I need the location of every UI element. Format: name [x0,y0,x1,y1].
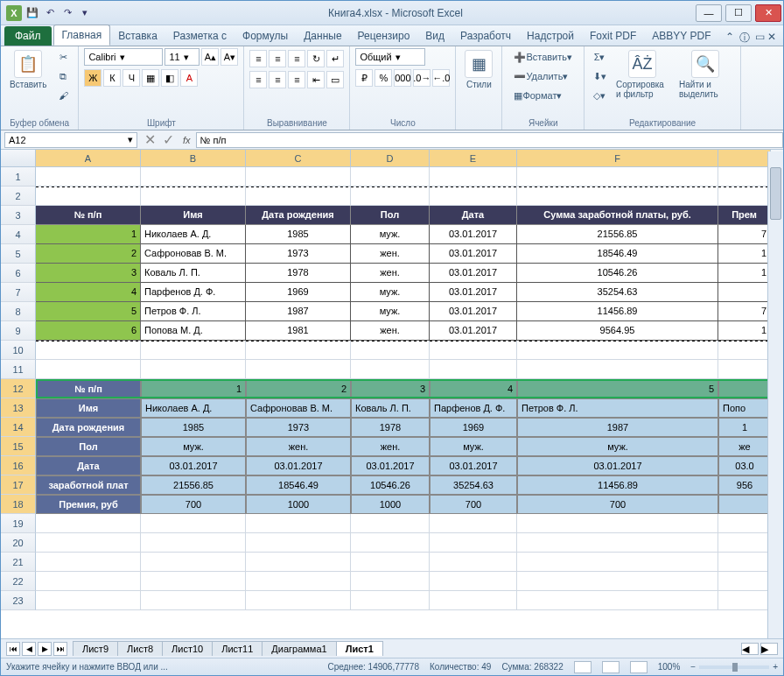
row-hdr-23[interactable]: 23 [1,591,36,610]
cell[interactable]: 35254.63 [517,283,718,302]
cell[interactable]: 03.01.2017 [246,456,351,475]
fx-icon[interactable]: fx [178,135,196,145]
cell[interactable]: Премия, руб [36,495,141,514]
font-size-combo[interactable]: 11▾ [164,48,200,66]
orientation-icon[interactable]: ↻ [307,50,325,67]
cell[interactable]: Сафроновав В. М. [246,398,351,418]
bold-button[interactable]: Ж [84,69,102,87]
cell[interactable] [718,167,771,187]
cell[interactable] [351,533,430,553]
row-hdr-17[interactable]: 17 [1,475,36,495]
wrap-text-icon[interactable]: ↵ [326,50,344,67]
row-hdr-22[interactable]: 22 [1,572,36,591]
cell[interactable] [36,187,141,206]
col-hdr-d[interactable]: D [351,150,430,166]
view-normal-icon[interactable] [574,661,592,673]
font-color-icon[interactable]: A [180,69,198,87]
cell[interactable] [718,572,771,591]
table-row[interactable]: Премия, руб70010001000700700 [36,495,783,514]
currency-icon[interactable]: ₽ [355,69,373,87]
table-row[interactable] [36,187,783,206]
cell[interactable] [141,167,246,187]
cell[interactable] [141,572,246,591]
table-row[interactable] [36,553,783,572]
cell[interactable] [246,360,351,379]
indent-dec-icon[interactable]: ⇤ [307,71,325,88]
cell[interactable]: 10546.26 [351,475,430,495]
col-hdr-f[interactable]: F [517,150,718,166]
hscroll-right-icon[interactable]: ▶ [760,643,778,655]
tab-home[interactable]: Главная [53,25,111,46]
col-hdr-a[interactable]: A [36,150,141,166]
table-row[interactable]: Дата03.01.201703.01.201703.01.201703.01.… [36,456,783,475]
cell-styles-button[interactable]: ▦ Стили [461,48,496,91]
cell[interactable]: 2 [36,244,141,264]
cell[interactable]: Петров Ф. Л. [141,302,246,321]
cell[interactable]: 03.01.2017 [430,283,517,302]
file-tab[interactable]: Файл [4,26,52,46]
decrease-decimal-icon[interactable]: ←.0 [432,69,450,87]
table-row[interactable]: 4Парфенов Д. Ф.1969муж.03.01.201735254.6… [36,283,783,302]
cell[interactable] [718,591,771,610]
sheet-nav-prev-icon[interactable]: ◀ [22,642,36,656]
cell[interactable] [517,533,718,553]
cell[interactable]: Дата рождения [36,418,141,437]
cell[interactable]: 4 [36,283,141,302]
cell[interactable] [36,514,141,533]
cell[interactable] [718,341,771,360]
cell[interactable]: 1973 [246,418,351,437]
cell[interactable] [36,553,141,572]
col-hdr-e[interactable]: E [430,150,517,166]
row-hdr-19[interactable]: 19 [1,514,36,533]
font-name-combo[interactable]: Calibri▾ [84,48,163,66]
cell[interactable] [351,591,430,610]
fill-color-icon[interactable]: ◧ [161,69,178,87]
cell[interactable]: 1978 [246,264,351,283]
cell[interactable]: 03.01.2017 [430,225,517,244]
tab-developer[interactable]: Разработч [452,26,519,46]
cell[interactable]: 1985 [141,418,246,437]
cell[interactable]: 03.01.2017 [430,321,517,341]
cell[interactable] [246,514,351,533]
cell[interactable] [246,533,351,553]
cell[interactable] [351,187,430,206]
cell[interactable] [141,514,246,533]
sheet-nav-last-icon[interactable]: ⏭ [53,642,67,656]
cell[interactable]: Николаев А. Д. [141,398,246,418]
cell[interactable] [517,167,718,187]
qat-dropdown-icon[interactable]: ▾ [78,6,92,20]
cell[interactable]: Дата [36,456,141,475]
cell[interactable]: 11456.89 [517,302,718,321]
cell[interactable]: Коваль Л. П. [141,264,246,283]
row-hdr-7[interactable]: 7 [1,283,36,302]
cell[interactable]: 03.01.2017 [430,302,517,321]
shrink-font-icon[interactable]: A▾ [220,48,238,66]
help-icon[interactable]: ⓘ [739,31,750,46]
sheet-nav-first-icon[interactable]: ⏮ [6,642,20,656]
cell[interactable]: Сумма заработной платы, руб. [517,206,718,225]
row-hdr-5[interactable]: 5 [1,244,36,264]
cell[interactable]: Коваль Л. П. [351,398,430,418]
cell[interactable]: 1978 [351,418,430,437]
cell[interactable]: 1987 [517,418,718,437]
table-row[interactable]: Полмуж.жен.жен.муж.муж.же [36,437,783,456]
cell[interactable]: Парфенов Д. Ф. [141,283,246,302]
cell[interactable]: жен. [351,437,430,456]
cell[interactable]: 1987 [246,302,351,321]
minimize-button[interactable]: — [696,4,722,22]
align-mid-icon[interactable]: ≡ [269,50,286,67]
grow-font-icon[interactable]: A▴ [201,48,219,66]
cell[interactable]: Пол [36,437,141,456]
cell[interactable]: же [718,437,771,456]
tab-formulas[interactable]: Формулы [234,26,296,46]
cell[interactable] [517,187,718,206]
copy-icon[interactable]: ⧉ [53,67,73,85]
minimize-ribbon-icon[interactable]: ⌃ [725,31,734,46]
tab-foxit[interactable]: Foxit PDF [582,26,644,46]
align-right-icon[interactable]: ≡ [288,71,305,88]
find-select-button[interactable]: 🔍 Найти и выделить [676,48,735,101]
cell[interactable]: 7 [718,302,771,321]
hscroll-left-icon[interactable]: ◀ [741,643,759,655]
cell[interactable] [430,341,517,360]
zoom-in-icon[interactable]: + [773,662,778,672]
